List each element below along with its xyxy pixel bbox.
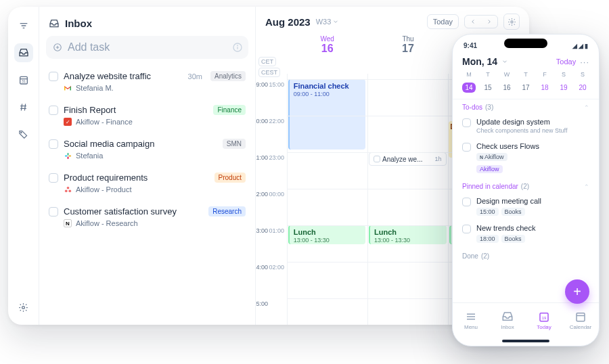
week-day-pick[interactable]: 14 (459, 82, 478, 93)
chevron-down-icon[interactable] (501, 58, 508, 65)
chevron-up-icon: ⌃ (584, 183, 589, 190)
week-day-pick[interactable]: 15 (478, 82, 497, 93)
inbox-task[interactable]: Analyze website traffic 30m Analytics St… (46, 66, 248, 99)
task-tag: Finance (213, 105, 246, 115)
event-financial-check[interactable]: Financial check 09:00 - 11:00 (288, 79, 366, 150)
svg-point-11 (22, 306, 25, 309)
task-source: Akiflow - Product (76, 185, 132, 194)
weeknum-row: 14151617181920 (453, 82, 599, 99)
next-week[interactable] (481, 16, 497, 28)
task-checkbox[interactable] (462, 225, 471, 233)
wifi-icon: ◢ (579, 43, 583, 49)
task-checkbox[interactable] (462, 118, 471, 127)
battery-icon: ▮ (585, 43, 588, 49)
calendar-nav-icon[interactable]: 31 (14, 70, 33, 89)
calendar-week[interactable]: W33 (316, 18, 340, 26)
section-pinned[interactable]: Pinned in calendar (2) ⌃ (462, 179, 589, 194)
task-checkbox[interactable] (462, 143, 471, 152)
today-button[interactable]: Today (427, 14, 459, 29)
event-lunch-wed[interactable]: Lunch 13:00 - 13:30 (288, 225, 366, 244)
calendar-day[interactable]: Thu17 (367, 35, 448, 55)
svg-rect-18 (64, 155, 67, 156)
chevron-up-icon: ⌃ (584, 104, 589, 111)
inbox-task[interactable]: Social media campaign SMN Stefania (46, 133, 248, 167)
tab-calendar[interactable]: Calendar (562, 303, 599, 338)
task-checkbox[interactable] (462, 198, 471, 206)
source-chip: N Akiflow (476, 153, 508, 161)
svg-text:19: 19 (542, 316, 547, 320)
task-title: Analyze website traffic (64, 71, 183, 81)
tz-1: CET (258, 57, 276, 66)
inbox-task[interactable]: Product requirements Product Akiflow - P… (46, 167, 248, 201)
task-source: Akiflow - Finance (76, 118, 133, 126)
calendar-settings[interactable] (503, 14, 520, 30)
event-analyze[interactable]: Analyze we... 1h (369, 152, 447, 166)
mobile-date[interactable]: Mon, 14 (462, 56, 497, 67)
inbox-task[interactable]: Finish Report Finance ✓ Akiflow - Financ… (46, 99, 248, 133)
prev-week[interactable] (465, 16, 481, 28)
inbox-icon (49, 18, 60, 29)
inbox-title: Inbox (65, 18, 92, 29)
mobile-body[interactable]: To-dos (3) ⌃ Update design system Check … (453, 99, 599, 302)
svg-point-17 (238, 45, 238, 46)
calendar-day[interactable]: Wed16 (287, 35, 367, 55)
event-checkbox[interactable] (374, 156, 380, 162)
tz-2: CEST (258, 68, 280, 77)
tab-today[interactable]: 19Today (526, 303, 562, 338)
section-done[interactable]: Done (2) (462, 248, 589, 264)
mobile-task[interactable]: Update design system Check components an… (462, 115, 589, 139)
task-tag: Product (215, 173, 246, 183)
svg-text:31: 31 (22, 79, 26, 83)
add-task-input[interactable]: Add task (46, 36, 248, 59)
week-day-pick[interactable]: 16 (497, 82, 516, 93)
svg-rect-31 (577, 313, 585, 321)
mobile-tabbar: MenuInbox19TodayCalendar (453, 302, 599, 338)
tab-inbox[interactable]: Inbox (489, 303, 526, 338)
inbox-task[interactable]: Customer satisfaction survey Research N … (46, 201, 248, 235)
status-bar: 9:41 ◢◢▮ (453, 35, 599, 51)
section-todos[interactable]: To-dos (3) ⌃ (462, 99, 589, 115)
plus-icon (53, 43, 62, 52)
svg-rect-20 (67, 152, 68, 155)
task-checkbox[interactable] (49, 72, 58, 81)
task-title: Product requirements (64, 173, 209, 183)
svg-point-22 (66, 186, 69, 189)
filter-icon[interactable] (14, 16, 33, 35)
status-icons: ◢◢▮ (572, 43, 588, 49)
week-day-pick[interactable]: 18 (535, 82, 554, 93)
task-title: Finish Report (64, 105, 208, 115)
task-source: Stefania M. (76, 84, 114, 92)
signal-icon: ◢ (572, 43, 577, 49)
task-checkbox[interactable] (49, 207, 58, 217)
mobile-header: Mon, 14 Today ··· (453, 51, 599, 71)
settings-icon[interactable] (14, 298, 33, 317)
fab-add[interactable]: + (565, 279, 589, 304)
inbox-nav-icon[interactable] (14, 43, 33, 62)
task-tag: Analytics (210, 71, 246, 81)
mobile-task[interactable]: New trends check 18:00 Books (462, 221, 589, 248)
task-checkbox[interactable] (49, 106, 58, 115)
mobile-task[interactable]: Design meeting call 15:00 Books (462, 194, 589, 221)
calendar-month: Aug 2023 (265, 16, 311, 28)
svg-point-24 (68, 189, 71, 192)
week-day-pick[interactable]: 19 (554, 82, 573, 93)
mobile-task[interactable]: Check users Flows N Akiflow Akiflow (462, 139, 589, 179)
notch (504, 39, 547, 48)
week-nav (464, 15, 498, 28)
inbox-panel: Inbox Add task Analyze website traffic 3… (39, 7, 256, 325)
more-icon[interactable]: ··· (580, 57, 589, 67)
tag-icon[interactable] (14, 124, 33, 143)
svg-point-23 (64, 189, 67, 192)
task-tag: Research (208, 206, 246, 217)
task-checkbox[interactable] (49, 173, 58, 183)
event-lunch-thu[interactable]: Lunch 13:00 - 13:30 (369, 225, 447, 244)
task-checkbox[interactable] (49, 139, 58, 149)
task-source: Akiflow - Research (76, 219, 138, 227)
tab-menu[interactable]: Menu (453, 303, 489, 338)
info-icon[interactable] (232, 42, 243, 53)
home-indicator (502, 340, 549, 342)
week-day-pick[interactable]: 20 (573, 82, 592, 93)
mobile-today-link[interactable]: Today (556, 58, 576, 66)
week-day-pick[interactable]: 17 (516, 82, 535, 93)
hash-icon[interactable] (14, 97, 33, 116)
